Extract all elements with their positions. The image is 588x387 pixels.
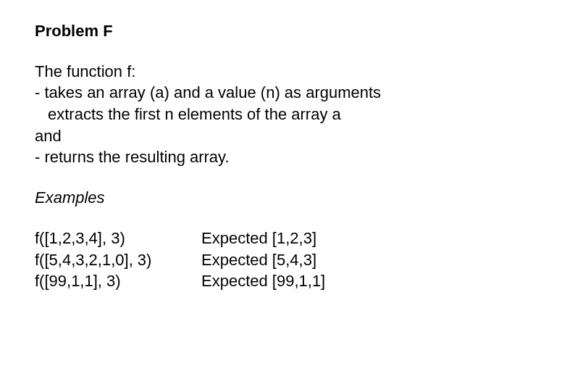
example-row: f([99,1,1], 3) Expected [99,1,1] [35,270,325,292]
example-call: f([5,4,3,2,1,0], 3) [35,249,201,271]
problem-description: The function f: - takes an array (a) and… [35,61,553,168]
examples-heading: Examples [35,187,553,209]
description-line: and [35,125,553,147]
example-expected: Expected [5,4,3] [201,249,325,271]
problem-title: Problem F [35,20,553,42]
example-row: f([5,4,3,2,1,0], 3) Expected [5,4,3] [35,249,325,271]
description-line: The function f: [35,61,553,83]
example-call: f([1,2,3,4], 3) [35,228,201,249]
description-line: extracts the first n elements of the arr… [35,104,553,125]
examples-table: f([1,2,3,4], 3) Expected [1,2,3] f([5,4,… [35,228,325,292]
example-row: f([1,2,3,4], 3) Expected [1,2,3] [35,228,325,249]
description-line: - takes an array (a) and a value (n) as … [35,82,553,104]
example-expected: Expected [1,2,3] [201,228,325,249]
example-call: f([99,1,1], 3) [35,270,201,292]
example-expected: Expected [99,1,1] [201,270,325,292]
description-line: - returns the resulting array. [35,146,553,168]
